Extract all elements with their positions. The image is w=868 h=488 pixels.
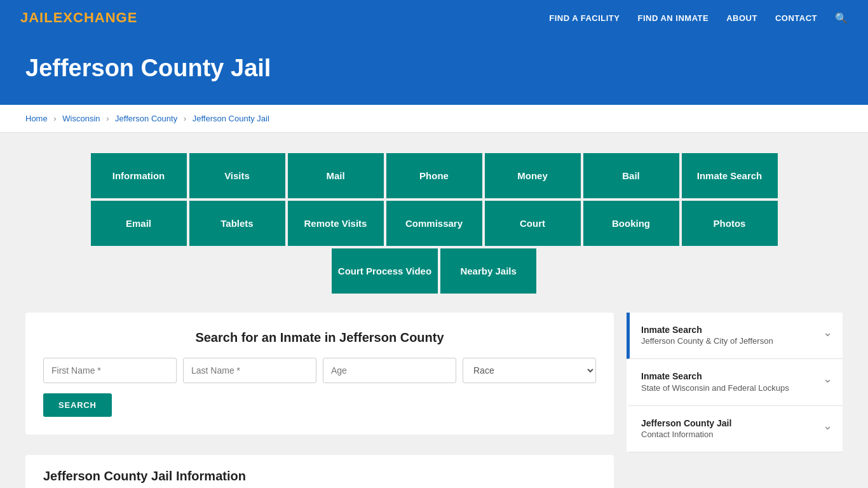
sidebar-item-text-2: Inmate Search State of Wisconsin and Fed…: [641, 370, 789, 393]
tile-booking[interactable]: Booking: [582, 200, 681, 247]
tile-information[interactable]: Information: [90, 152, 188, 200]
tiles-wrapper: Information Visits Mail Phone Money Bail…: [25, 152, 843, 295]
search-card-title: Search for an Inmate in Jefferson County: [43, 330, 596, 345]
breadcrumb-sep2: ›: [106, 114, 111, 123]
sidebar-item-contact-info[interactable]: Jefferson County Jail Contact Informatio…: [627, 406, 843, 452]
breadcrumb: Home › Wisconsin › Jefferson County › Je…: [0, 105, 868, 133]
tile-phone[interactable]: Phone: [385, 152, 484, 200]
tile-email[interactable]: Email: [90, 200, 188, 247]
chevron-down-icon-3: ⌄: [823, 419, 832, 433]
breadcrumb-wisconsin[interactable]: Wisconsin: [62, 114, 100, 123]
search-button[interactable]: SEARCH: [43, 393, 112, 417]
tile-court[interactable]: Court: [484, 200, 582, 247]
sidebar-item-subtitle-3: Contact Information: [641, 429, 731, 440]
chevron-down-icon-2: ⌄: [823, 372, 832, 386]
info-card-title: Jefferson County Jail Information: [43, 469, 596, 484]
navigation: JAILEXCHANGE FIND A FACILITY FIND AN INM…: [0, 0, 868, 36]
sidebar-item-jefferson-search[interactable]: Inmate Search Jefferson County & City of…: [627, 313, 843, 359]
breadcrumb-sep3: ›: [184, 114, 189, 123]
age-input[interactable]: [323, 358, 456, 383]
page-title: Jefferson County Jail: [25, 55, 843, 82]
sidebar-item-title-2: Inmate Search: [641, 370, 789, 382]
sidebar-item-title-3: Jefferson County Jail: [641, 417, 731, 429]
tile-remote-visits[interactable]: Remote Visits: [287, 200, 385, 247]
sidebar-item-text-1: Inmate Search Jefferson County & City of…: [641, 324, 773, 347]
sidebar-item-subtitle-1: Jefferson County & City of Jefferson: [641, 336, 773, 347]
left-panel: Search for an Inmate in Jefferson County…: [25, 313, 614, 488]
tile-nearby-jails[interactable]: Nearby Jails: [439, 247, 538, 295]
last-name-input[interactable]: [183, 358, 316, 383]
tile-photos[interactable]: Photos: [681, 200, 779, 247]
site-logo[interactable]: JAILEXCHANGE: [20, 10, 137, 26]
logo-highlight: EXCHANGE: [53, 10, 138, 25]
sidebar-item-text-3: Jefferson County Jail Contact Informatio…: [641, 417, 731, 440]
tile-visits[interactable]: Visits: [188, 152, 287, 200]
sidebar: Inmate Search Jefferson County & City of…: [627, 313, 843, 452]
tiles-row-2: Email Tablets Remote Visits Commissary C…: [90, 200, 779, 247]
nav-find-inmate[interactable]: FIND AN INMATE: [637, 13, 709, 23]
nav-contact[interactable]: CONTACT: [775, 13, 817, 23]
nav-links: FIND A FACILITY FIND AN INMATE ABOUT CON…: [549, 12, 848, 24]
tile-mail[interactable]: Mail: [287, 152, 385, 200]
search-icon[interactable]: 🔍: [835, 12, 848, 24]
nav-find-facility[interactable]: FIND A FACILITY: [549, 13, 620, 23]
sidebar-item-title-1: Inmate Search: [641, 324, 773, 336]
sidebar-item-subtitle-2: State of Wisconsin and Federal Lockups: [641, 383, 789, 394]
hero-banner: Jefferson County Jail: [0, 36, 868, 105]
tile-money[interactable]: Money: [484, 152, 582, 200]
tiles-row-1: Information Visits Mail Phone Money Bail…: [90, 152, 779, 200]
main-content: Information Visits Mail Phone Money Bail…: [0, 133, 868, 488]
tile-commissary[interactable]: Commissary: [385, 200, 484, 247]
breadcrumb-jefferson-county[interactable]: Jefferson County: [115, 114, 177, 123]
race-select[interactable]: Race White Black Hispanic Asian Other: [463, 358, 596, 383]
search-card: Search for an Inmate in Jefferson County…: [25, 313, 614, 435]
sidebar-item-wisconsin-search[interactable]: Inmate Search State of Wisconsin and Fed…: [627, 359, 843, 405]
breadcrumb-sep1: ›: [53, 114, 58, 123]
nav-about[interactable]: ABOUT: [726, 13, 757, 23]
breadcrumb-home[interactable]: Home: [25, 114, 48, 123]
info-card: Jefferson County Jail Information: [25, 455, 614, 488]
tile-court-process-video[interactable]: Court Process Video: [330, 247, 439, 295]
breadcrumb-jail[interactable]: Jefferson County Jail: [193, 114, 269, 123]
tile-bail[interactable]: Bail: [582, 152, 681, 200]
logo-part1: JAIL: [20, 10, 53, 25]
lower-section: Search for an Inmate in Jefferson County…: [25, 313, 843, 488]
search-fields: Race White Black Hispanic Asian Other: [43, 358, 596, 383]
first-name-input[interactable]: [43, 358, 177, 383]
tiles-row-3: Court Process Video Nearby Jails: [330, 247, 538, 295]
tile-inmate-search[interactable]: Inmate Search: [681, 152, 779, 200]
chevron-down-icon-1: ⌄: [823, 325, 832, 339]
tile-tablets[interactable]: Tablets: [188, 200, 287, 247]
